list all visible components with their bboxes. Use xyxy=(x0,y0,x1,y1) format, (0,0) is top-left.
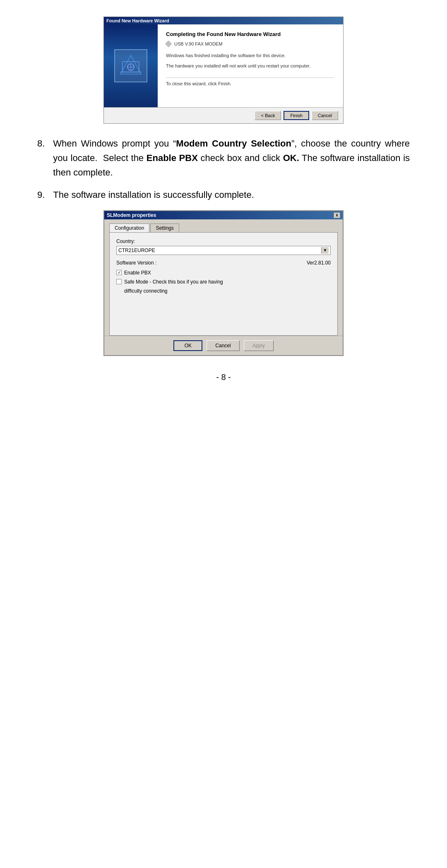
slmodem-apply-button[interactable]: Apply xyxy=(244,340,274,351)
instruction-item-9: 9. The software installation is successf… xyxy=(37,188,410,202)
safe-mode-label: Safe Mode - Check this box if you are ha… xyxy=(124,279,223,285)
slmodem-footer: OK Cancel Apply xyxy=(104,336,343,355)
page-content: Found New Hardware Wizard xyxy=(37,17,410,382)
instruction-item-8: 8. When Windows prompt you “Modem Countr… xyxy=(37,136,410,180)
country-dropdown[interactable]: CTR21EUROPE ▼ xyxy=(116,246,331,255)
wizard-body: Completing the Found New Hardware Wizard… xyxy=(104,24,343,107)
slmodem-cancel-button[interactable]: Cancel xyxy=(207,340,239,351)
wizard-device-row: USB V.90 FAX MODEM xyxy=(166,41,335,46)
country-dropdown-value: CTR21EUROPE xyxy=(118,248,155,253)
tab-configuration[interactable]: Configuration xyxy=(109,224,149,232)
slmodem-ok-button[interactable]: OK xyxy=(173,340,202,351)
wizard-footer: < Back Finish Cancel xyxy=(104,107,343,123)
version-label: Software Version : xyxy=(116,260,156,266)
item-8-number: 8. xyxy=(37,136,45,180)
wizard-right-panel: Completing the Found New Hardware Wizard… xyxy=(158,24,343,107)
safe-mode-row: Safe Mode - Check this box if you are ha… xyxy=(116,279,331,285)
item-9-text: The software installation is successfull… xyxy=(53,188,254,202)
tab-settings[interactable]: Settings xyxy=(150,224,179,232)
wizard-finish-button[interactable]: Finish xyxy=(284,111,309,120)
wizard-desc2: The hardware you installed will not work… xyxy=(166,63,335,70)
wizard-logo-svg xyxy=(116,51,145,80)
slmodem-screenshot: SLModem properties x Configuration Setti… xyxy=(103,210,344,356)
wizard-close-text: To close this wizard, click Finish. xyxy=(166,77,335,86)
enable-pbx-row: ✓ Enable PBX xyxy=(116,270,331,276)
slmodem-tabs: Configuration Settings xyxy=(109,224,338,232)
item-9-number: 9. xyxy=(37,188,45,202)
dropdown-arrow-icon[interactable]: ▼ xyxy=(321,247,329,254)
slmodem-close-button[interactable]: x xyxy=(334,212,340,218)
page-number: - 8 - xyxy=(37,373,410,382)
safe-mode-checkbox[interactable] xyxy=(116,279,122,284)
slmodem-title-text: SLModem properties xyxy=(107,212,156,218)
slmodem-titlebar: SLModem properties x xyxy=(104,211,343,219)
wizard-left-panel xyxy=(104,24,158,107)
slmodem-body: Country: CTR21EUROPE ▼ Software Version … xyxy=(109,232,338,336)
safe-mode-line2: difficulty connecting xyxy=(124,288,331,294)
version-value: Ver2.81.00 xyxy=(307,260,331,266)
enable-pbx-checkbox[interactable]: ✓ xyxy=(116,270,122,275)
wizard-device-name: USB V.90 FAX MODEM xyxy=(174,41,222,46)
wizard-desc1: Windows has finished installing the soft… xyxy=(166,52,335,59)
diamond-icon xyxy=(165,41,172,48)
wizard-title-text: Found New Hardware Wizard xyxy=(106,18,169,23)
wizard-cancel-button[interactable]: Cancel xyxy=(312,111,338,120)
wizard-heading: Completing the Found New Hardware Wizard xyxy=(166,31,335,37)
item-8-text: When Windows prompt you “Modem Country S… xyxy=(53,136,410,180)
slmodem-content-area: Country: CTR21EUROPE ▼ Software Version … xyxy=(116,238,331,329)
country-dropdown-row: CTR21EUROPE ▼ xyxy=(116,246,331,255)
wizard-titlebar: Found New Hardware Wizard xyxy=(104,17,343,24)
enable-pbx-label: Enable PBX xyxy=(124,270,151,276)
instruction-block: 8. When Windows prompt you “Modem Countr… xyxy=(37,136,410,202)
version-row: Software Version : Ver2.81.00 xyxy=(116,260,331,266)
wizard-back-button[interactable]: < Back xyxy=(255,111,281,120)
wizard-logo-icon xyxy=(114,49,147,82)
wizard-screenshot: Found New Hardware Wizard xyxy=(103,17,344,124)
country-label: Country: xyxy=(116,238,331,244)
